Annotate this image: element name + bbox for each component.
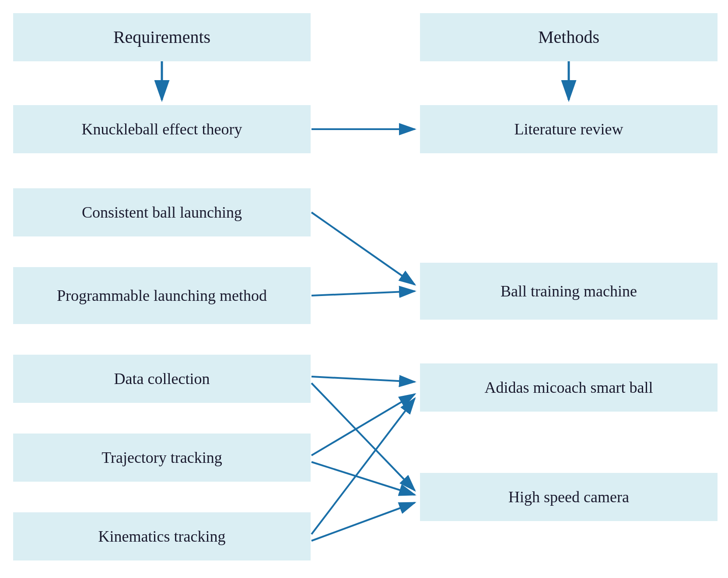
ball-machine-box: Ball training machine xyxy=(420,263,718,320)
methods-box: Methods xyxy=(420,13,718,61)
svg-line-10 xyxy=(312,462,415,495)
knuckleball-label: Knuckleball effect theory xyxy=(81,119,242,140)
trajectory-label: Trajectory tracking xyxy=(102,448,222,468)
svg-line-5 xyxy=(312,212,415,285)
consistent-label: Consistent ball launching xyxy=(82,202,242,223)
data-collection-label: Data collection xyxy=(114,369,210,389)
literature-label: Literature review xyxy=(514,119,623,140)
kinematics-box: Kinematics tracking xyxy=(13,512,311,560)
high-speed-box: High speed camera xyxy=(420,473,718,521)
trajectory-box: Trajectory tracking xyxy=(13,434,311,482)
svg-line-8 xyxy=(312,383,415,490)
literature-box: Literature review xyxy=(420,105,718,153)
svg-line-6 xyxy=(312,291,415,296)
adidas-box: Adidas micoach smart ball xyxy=(420,363,718,412)
data-collection-box: Data collection xyxy=(13,355,311,403)
svg-line-7 xyxy=(312,377,415,382)
requirements-box: Requirements xyxy=(13,13,311,61)
consistent-box: Consistent ball launching xyxy=(13,188,311,236)
svg-line-12 xyxy=(312,503,415,541)
methods-label: Methods xyxy=(538,26,599,49)
ball-machine-label: Ball training machine xyxy=(500,281,637,302)
requirements-label: Requirements xyxy=(113,26,210,49)
diagram: Requirements Methods Knuckleball effect … xyxy=(0,0,728,578)
programmable-box: Programmable launching method xyxy=(13,267,311,324)
svg-line-11 xyxy=(312,398,415,534)
adidas-label: Adidas micoach smart ball xyxy=(485,377,653,398)
kinematics-label: Kinematics tracking xyxy=(98,526,226,547)
svg-line-9 xyxy=(312,394,415,455)
high-speed-label: High speed camera xyxy=(508,487,629,508)
programmable-label: Programmable launching method xyxy=(57,285,267,306)
knuckleball-box: Knuckleball effect theory xyxy=(13,105,311,153)
